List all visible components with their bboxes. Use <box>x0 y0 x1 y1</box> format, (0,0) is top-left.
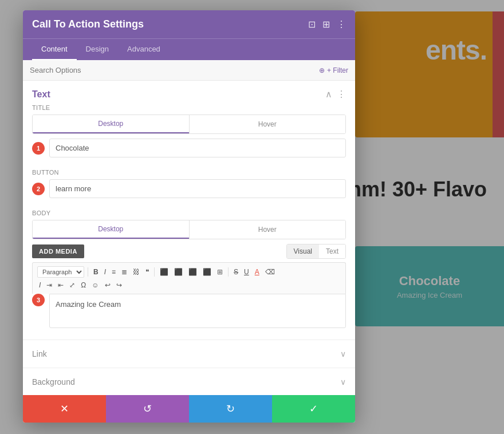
table-btn[interactable]: ⊞ <box>215 267 225 277</box>
toolbar-row-1: Paragraph B I ≡ ≣ ⛓ ❝ ⬛ ⬛ ⬛ ⬛ <box>37 266 341 278</box>
expand-icon[interactable]: ⊡ <box>308 19 316 30</box>
collapse-icon[interactable]: ∧ <box>325 89 332 100</box>
cancel-button[interactable]: ✕ <box>23 395 106 423</box>
undo-edit-btn[interactable]: ↩ <box>103 280 112 290</box>
title-field: Title Desktop Hover 1 <box>23 104 355 169</box>
confirm-button[interactable]: ✓ <box>272 395 355 423</box>
text-section-title: Text <box>32 89 50 100</box>
emoji-btn[interactable]: ☺ <box>90 280 100 290</box>
toolbar-divider-1 <box>88 267 88 277</box>
body-label: Body <box>32 210 346 216</box>
add-media-button[interactable]: ADD MEDIA <box>32 244 84 258</box>
underline-btn[interactable]: U <box>242 267 251 277</box>
title-label: Title <box>32 104 346 111</box>
undo-icon: ↺ <box>143 403 152 415</box>
modal-footer: ✕ ↺ ↻ ✓ <box>23 395 355 423</box>
omega-btn[interactable]: Ω <box>79 280 88 290</box>
align-right-btn[interactable]: ⬛ <box>187 267 199 277</box>
button-input-wrap: 2 <box>32 179 346 198</box>
button-input[interactable] <box>49 179 346 198</box>
clear-btn[interactable]: ⌫ <box>263 267 277 277</box>
body-hover-btn[interactable]: Hover <box>190 220 346 239</box>
redo-icon: ↻ <box>226 403 235 415</box>
indent-btn[interactable]: ⇥ <box>45 280 54 290</box>
text-btn[interactable]: Text <box>319 244 345 258</box>
background-chevron-icon: ∨ <box>340 377 346 386</box>
visual-btn[interactable]: Visual <box>287 244 319 258</box>
text-section: Text ∧ ⋮ Title Desktop Hover 1 <box>23 81 355 340</box>
body-editor-wrap: 3 Amazing Ice Cream <box>32 294 346 328</box>
link-section: Link ∨ <box>23 340 355 368</box>
button-badge: 2 <box>32 183 45 195</box>
tab-advanced[interactable]: Advanced <box>118 39 170 60</box>
ol-btn[interactable]: ≣ <box>120 267 129 277</box>
modal-title: Call To Action Settings <box>32 18 144 30</box>
italic-btn[interactable]: I <box>103 267 108 277</box>
search-bar: ⊕ + Filter <box>23 60 355 81</box>
button-label: Button <box>32 169 346 176</box>
fullscreen-btn[interactable]: ⤢ <box>68 280 77 290</box>
title-input[interactable] <box>49 139 346 157</box>
title-desktop-btn[interactable]: Desktop <box>33 115 189 133</box>
columns-icon[interactable]: ⊞ <box>322 19 330 30</box>
link-chevron-icon: ∨ <box>340 349 346 358</box>
text-section-more-icon[interactable]: ⋮ <box>337 89 346 100</box>
modal-content: Text ∧ ⋮ Title Desktop Hover 1 <box>23 81 355 395</box>
title-input-wrap: 1 <box>32 139 346 157</box>
modal-tabs: Content Design Advanced <box>23 38 355 60</box>
color-btn[interactable]: A <box>253 267 261 277</box>
bold-btn[interactable]: B <box>92 267 100 277</box>
filter-icon: ⊕ <box>319 66 325 74</box>
body-badge: 3 <box>32 294 45 306</box>
align-left-btn[interactable]: ⬛ <box>158 267 170 277</box>
link-label: Link <box>32 349 47 358</box>
link-section-header[interactable]: Link ∨ <box>23 340 355 368</box>
title-toggle-group: Desktop Hover <box>32 115 346 134</box>
filter-label: + Filter <box>327 66 348 74</box>
body-field: Body Desktop Hover ADD MEDIA Visual Text <box>23 210 355 340</box>
text-section-header: Text ∧ ⋮ <box>23 81 355 104</box>
outdent-btn[interactable]: ⇤ <box>56 280 65 290</box>
align-center-btn[interactable]: ⬛ <box>172 267 184 277</box>
title-badge: 1 <box>32 142 45 155</box>
search-input[interactable] <box>30 66 319 74</box>
modal-header-icons: ⊡ ⊞ ⋮ <box>308 19 346 30</box>
redo-button[interactable]: ↻ <box>189 395 272 423</box>
filter-button[interactable]: ⊕ + Filter <box>319 66 348 74</box>
button-field: Button 2 <box>23 169 355 210</box>
editor-toolbar: Paragraph B I ≡ ≣ ⛓ ❝ ⬛ ⬛ ⬛ ⬛ <box>32 262 346 294</box>
link-btn[interactable]: ⛓ <box>131 267 141 277</box>
strike-btn[interactable]: S <box>232 267 240 277</box>
add-media-row: ADD MEDIA Visual Text <box>32 244 346 259</box>
toolbar-row-2: I ⇥ ⇤ ⤢ Ω ☺ ↩ ↪ <box>37 280 341 290</box>
toolbar-divider-2 <box>154 267 155 277</box>
redo-edit-btn[interactable]: ↪ <box>115 280 124 290</box>
editor-area[interactable]: Amazing Ice Cream <box>49 294 346 328</box>
confirm-icon: ✓ <box>309 403 318 415</box>
background-section: Background ∨ <box>23 368 355 395</box>
modal-header: Call To Action Settings ⊡ ⊞ ⋮ <box>23 10 355 38</box>
quote-btn[interactable]: ❝ <box>144 267 151 277</box>
visual-text-toggle: Visual Text <box>286 244 346 259</box>
italic2-btn[interactable]: I <box>37 280 42 290</box>
body-toggle-group: Desktop Hover <box>32 220 346 239</box>
ul-btn[interactable]: ≡ <box>110 267 117 277</box>
editor-content: Amazing Ice Cream <box>56 300 121 309</box>
background-section-header[interactable]: Background ∨ <box>23 368 355 395</box>
body-desktop-btn[interactable]: Desktop <box>33 220 189 239</box>
tab-content[interactable]: Content <box>32 39 77 60</box>
title-hover-btn[interactable]: Hover <box>190 115 346 133</box>
text-section-icons: ∧ ⋮ <box>325 89 346 100</box>
tab-design[interactable]: Design <box>77 39 118 60</box>
background-label: Background <box>32 377 75 386</box>
more-icon[interactable]: ⋮ <box>337 19 346 30</box>
cancel-icon: ✕ <box>60 403 69 415</box>
paragraph-select[interactable]: Paragraph <box>37 266 84 278</box>
justify-btn[interactable]: ⬛ <box>201 267 213 277</box>
toolbar-divider-3 <box>228 267 229 277</box>
settings-modal: Call To Action Settings ⊡ ⊞ ⋮ Content De… <box>23 10 355 423</box>
undo-button[interactable]: ↺ <box>106 395 189 423</box>
